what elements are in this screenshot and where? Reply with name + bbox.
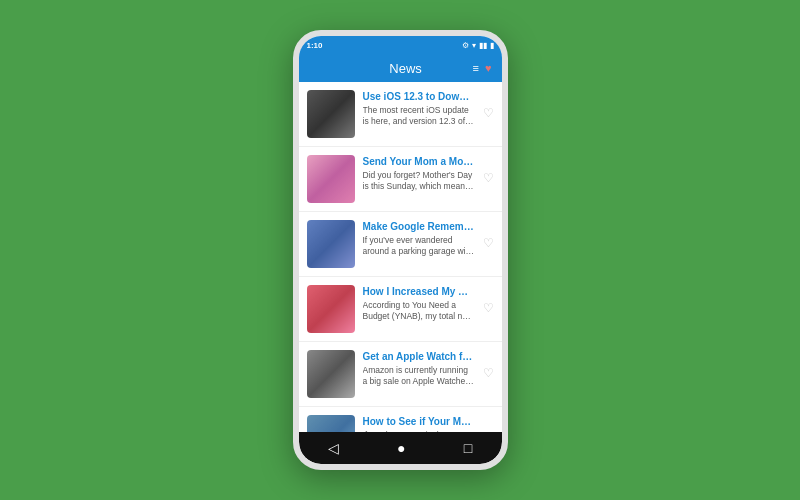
menu-button[interactable]: □ xyxy=(464,440,472,456)
filter-icon[interactable]: ≡ xyxy=(473,62,479,74)
app-header: News ≡ ♥ xyxy=(299,54,502,82)
home-button[interactable]: ● xyxy=(397,440,405,456)
header-heart-icon[interactable]: ♥ xyxy=(485,62,492,74)
news-title: Make Google Remember Your Park... xyxy=(363,220,475,233)
news-description: According to You Need a Budget (YNAB), m… xyxy=(363,300,475,322)
favorite-icon[interactable]: ♡ xyxy=(483,90,494,120)
news-title: How I Increased My Net Worth by $... xyxy=(363,285,475,298)
news-description: Did you forget? Mother's Day is this Sun… xyxy=(363,170,475,192)
status-bar: 1:10 ⚙ ▾ ▮▮ ▮ xyxy=(299,36,502,54)
news-title: How to See if Your MacBook is Eligi... xyxy=(363,415,475,428)
news-text-block: How I Increased My Net Worth by $... Acc… xyxy=(363,285,475,322)
news-item[interactable]: Send Your Mom a Mother's Day Car... Did … xyxy=(299,147,502,212)
news-description: Amazon is currently running a big sale o… xyxy=(363,365,475,387)
bottom-navigation: ◁ ● □ xyxy=(299,432,502,464)
news-text-block: Send Your Mom a Mother's Day Car... Did … xyxy=(363,155,475,192)
phone-frame: 1:10 ⚙ ▾ ▮▮ ▮ News ≡ ♥ Use iOS 12.3 to D… xyxy=(293,30,508,470)
news-description: If you've ever wandered around a parking… xyxy=(363,235,475,257)
header-title: News xyxy=(339,61,473,76)
news-thumbnail xyxy=(307,155,355,203)
favorite-icon[interactable]: ♡ xyxy=(483,220,494,250)
favorite-icon[interactable]: ♡ xyxy=(483,350,494,380)
news-text-block: Make Google Remember Your Park... If you… xyxy=(363,220,475,257)
back-button[interactable]: ◁ xyxy=(328,440,339,456)
header-actions: ≡ ♥ xyxy=(473,62,492,74)
favorite-icon[interactable]: ♡ xyxy=(483,285,494,315)
wifi-icon: ▾ xyxy=(472,41,476,50)
news-text-block: Use iOS 12.3 to Download HBO Sho... The … xyxy=(363,90,475,127)
signal-icon: ▮▮ xyxy=(479,41,487,50)
settings-icon: ⚙ xyxy=(462,41,469,50)
news-item[interactable]: Use iOS 12.3 to Download HBO Sho... The … xyxy=(299,82,502,147)
battery-icon: ▮ xyxy=(490,41,494,50)
news-item[interactable]: How I Increased My Net Worth by $... Acc… xyxy=(299,277,502,342)
news-thumbnail xyxy=(307,220,355,268)
news-item[interactable]: Get an Apple Watch for $200 Right ... Am… xyxy=(299,342,502,407)
news-text-block: How to See if Your MacBook is Eligi... I… xyxy=(363,415,475,432)
favorite-icon[interactable]: ♡ xyxy=(483,155,494,185)
favorite-icon[interactable]: ♡ xyxy=(483,415,494,432)
news-title: Send Your Mom a Mother's Day Car... xyxy=(363,155,475,168)
news-thumbnail xyxy=(307,415,355,432)
news-thumbnail xyxy=(307,285,355,333)
news-text-block: Get an Apple Watch for $200 Right ... Am… xyxy=(363,350,475,387)
status-time: 1:10 xyxy=(307,41,323,50)
news-description: The most recent iOS update is here, and … xyxy=(363,105,475,127)
news-thumbnail xyxy=(307,90,355,138)
news-thumbnail xyxy=(307,350,355,398)
news-item[interactable]: Make Google Remember Your Park... If you… xyxy=(299,212,502,277)
news-title: Get an Apple Watch for $200 Right ... xyxy=(363,350,475,363)
news-title: Use iOS 12.3 to Download HBO Sho... xyxy=(363,90,475,103)
news-item[interactable]: How to See if Your MacBook is Eligi... I… xyxy=(299,407,502,432)
news-feed: Use iOS 12.3 to Download HBO Sho... The … xyxy=(299,82,502,432)
status-icons: ⚙ ▾ ▮▮ ▮ xyxy=(462,41,494,50)
